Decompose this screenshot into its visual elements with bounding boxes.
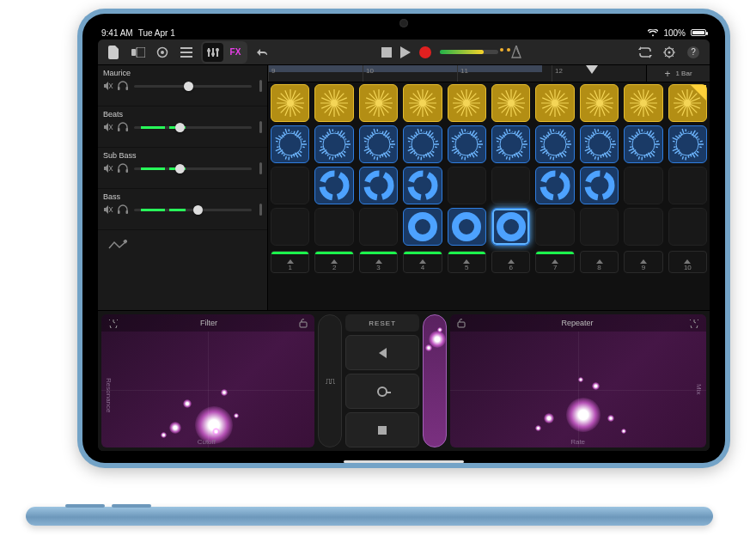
tape-stop-button[interactable]	[345, 412, 419, 447]
empty-cell[interactable]	[314, 208, 353, 246]
cell-slot[interactable]	[400, 165, 444, 206]
empty-cell[interactable]	[271, 167, 309, 204]
column-trigger[interactable]: 1	[271, 251, 309, 273]
stop-button[interactable]	[381, 47, 392, 58]
track-header[interactable]: Maurice	[98, 65, 267, 107]
empty-cell[interactable]	[668, 208, 707, 246]
cell-slot[interactable]	[312, 165, 356, 206]
cell-slot[interactable]	[533, 82, 576, 124]
cell-slot[interactable]	[357, 165, 400, 206]
cell-slot[interactable]	[445, 124, 489, 165]
empty-cell[interactable]	[535, 208, 574, 246]
empty-cell[interactable]	[624, 167, 662, 204]
empty-cell[interactable]	[668, 167, 707, 204]
project-button[interactable]	[105, 43, 124, 62]
loop-cell[interactable]	[535, 84, 574, 122]
cell-slot[interactable]	[489, 124, 533, 165]
bar-length-control[interactable]: + 1 Bar	[646, 65, 710, 82]
loop-cell[interactable]	[271, 125, 309, 163]
loop-cell[interactable]	[403, 125, 442, 163]
cell-slot[interactable]	[577, 124, 621, 165]
loop-cell[interactable]	[624, 84, 662, 122]
scratch-button[interactable]	[345, 374, 419, 409]
empty-cell[interactable]	[448, 167, 486, 204]
fx-lock-left-icon[interactable]	[108, 318, 119, 328]
cell-slot[interactable]	[577, 206, 621, 247]
mute-icon[interactable]	[103, 204, 113, 215]
cell-slot[interactable]	[489, 82, 533, 124]
cell-slot[interactable]	[533, 165, 576, 206]
track-header[interactable]: Bass	[98, 189, 267, 230]
loop-cell[interactable]	[580, 125, 619, 163]
loop-cell[interactable]	[403, 84, 442, 122]
track-pan-control[interactable]	[259, 204, 262, 216]
loop-cell[interactable]	[359, 167, 398, 204]
cell-slot[interactable]	[400, 82, 444, 124]
metronome-button[interactable]	[507, 43, 526, 62]
mixer-view-button[interactable]	[203, 43, 223, 62]
column-trigger[interactable]: 5	[448, 251, 486, 273]
loop-cell[interactable]	[314, 125, 353, 163]
undo-button[interactable]	[253, 43, 271, 62]
loop-button[interactable]	[636, 43, 655, 62]
cell-slot[interactable]	[268, 206, 312, 247]
loop-cell[interactable]	[403, 167, 442, 204]
automation-toggle[interactable]	[98, 230, 267, 261]
track-volume-slider[interactable]	[134, 126, 252, 129]
track-volume-slider[interactable]	[134, 167, 252, 170]
headphones-icon[interactable]	[118, 81, 128, 91]
cell-slot[interactable]	[268, 124, 312, 165]
cell-slot[interactable]	[577, 165, 621, 206]
cell-slot[interactable]	[577, 82, 621, 124]
column-trigger[interactable]: 10	[668, 251, 707, 273]
track-pan-control[interactable]	[259, 162, 262, 174]
loop-cell[interactable]	[491, 125, 530, 163]
loop-cell[interactable]	[359, 125, 398, 163]
empty-cell[interactable]	[271, 208, 309, 246]
cell-slot[interactable]	[400, 206, 444, 247]
filter-xy-pad[interactable]: Filter	[101, 314, 314, 447]
timeline-ruler[interactable]: 9101112 + 1 Bar	[268, 65, 710, 82]
loop-cell[interactable]	[668, 84, 707, 122]
cell-slot[interactable]	[312, 206, 356, 247]
gater-pill[interactable]: ⎍⎍	[318, 314, 342, 447]
headphones-icon[interactable]	[118, 163, 128, 173]
loop-cell[interactable]	[448, 208, 486, 246]
loop-cell[interactable]	[580, 167, 619, 204]
cell-slot[interactable]	[666, 165, 710, 206]
loop-cell[interactable]	[535, 167, 574, 204]
cell-slot[interactable]	[357, 124, 400, 165]
cell-slot[interactable]	[621, 82, 665, 124]
cell-slot[interactable]	[400, 124, 444, 165]
loop-cell[interactable]	[314, 84, 353, 122]
tracks-view-button[interactable]	[177, 43, 196, 62]
loop-cell[interactable]	[403, 208, 442, 246]
repeater-xy-pad[interactable]: Repeater	[450, 314, 706, 447]
cell-slot[interactable]	[666, 82, 710, 124]
help-button[interactable]: ?	[684, 43, 703, 62]
headphones-icon[interactable]	[118, 122, 128, 132]
empty-cell[interactable]	[580, 208, 619, 246]
column-trigger[interactable]: 2	[314, 251, 353, 273]
fx-reset-button[interactable]: RESET	[345, 314, 419, 332]
downsampler-pill[interactable]	[423, 314, 447, 447]
cell-slot[interactable]	[489, 165, 533, 206]
column-trigger[interactable]: 4	[403, 251, 442, 273]
cell-slot[interactable]	[445, 206, 489, 247]
record-button[interactable]	[419, 46, 431, 58]
cell-slot[interactable]	[533, 124, 576, 165]
cell-slot[interactable]	[312, 82, 356, 124]
loop-cell[interactable]	[491, 208, 530, 246]
cell-slot[interactable]	[268, 82, 312, 124]
fx-view-button[interactable]: FX	[225, 43, 246, 62]
track-pan-control[interactable]	[259, 80, 262, 92]
master-volume-slider[interactable]	[440, 50, 498, 54]
column-trigger[interactable]: 7	[535, 251, 574, 273]
unlock-icon[interactable]	[457, 318, 466, 328]
column-trigger[interactable]: 3	[359, 251, 398, 273]
loop-browser-button[interactable]	[153, 43, 172, 62]
cell-slot[interactable]	[666, 124, 710, 165]
loop-cell[interactable]	[448, 84, 486, 122]
cell-slot[interactable]	[312, 124, 356, 165]
track-volume-slider[interactable]	[134, 85, 252, 88]
